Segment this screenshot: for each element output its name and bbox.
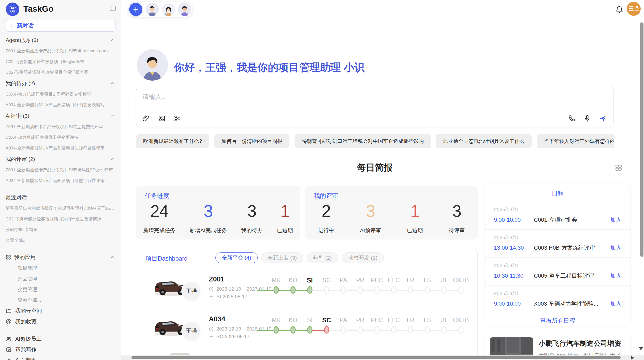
sidebar-tool[interactable]: 创意制图 [6,355,115,360]
project-row: 王强Z0012023-12-19 ~ 2027-01-19SI-2025-05-… [136,274,477,313]
sidebar-section-header[interactable]: 我的评审 (2) [6,154,115,165]
sidebar-section-header-apps[interactable]: 我的应用 [6,252,115,263]
milestone-node[interactable] [358,326,363,334]
join-link[interactable]: 加入 [610,216,621,224]
member-avatar-2[interactable] [162,3,175,16]
milestone-node[interactable] [391,326,397,334]
sidebar-section-header[interactable]: AI评审 (3) [6,110,115,122]
sidebar-section-header[interactable]: 我的待办 (2) [6,78,115,89]
milestone-node[interactable] [374,286,380,294]
sidebar-item[interactable]: C02-飞腾新能源轻客改款项目立项汇报方案 [6,67,115,78]
schedule-event[interactable]: 2025/03/119:00-10:00X003-车辆动力学性能验...加入 [485,286,631,313]
sidebar-item[interactable]: 查看全部... [6,235,115,246]
milestone-node[interactable] [274,286,279,294]
suggestion-chip[interactable]: 欧洲新规最近颁布了什么? [136,134,209,148]
milestone-node[interactable] [408,326,413,334]
suggestion-chip[interactable]: 特朗普可能对进口汽车增税会对中国车企造成哪些影响 [295,134,431,148]
stat: 3待评审 [449,201,465,234]
milestone-label: LR [402,276,419,285]
vertical-scrollbar-thumb[interactable] [640,22,643,257]
layout-grid-icon[interactable] [614,164,623,172]
milestone-node[interactable] [341,286,346,294]
milestone-node[interactable] [442,286,447,294]
sidebar-item[interactable]: A034-全新新能源MUV产品开发项目计划变更表编写 [6,100,115,110]
milestone-node[interactable] [458,286,464,294]
user-avatar[interactable]: 王强 [627,2,641,16]
sidebar-app-item[interactable]: 项目管理 [6,263,115,274]
milestone-node[interactable] [274,326,279,334]
schedule-list: 2025/03/119:00-10:00C001-立项审批会加入2025/03/… [485,202,631,313]
schedule-event[interactable]: 2025/03/1110:30-11:30C005-整车工程目标评审加入 [485,258,631,286]
scissors-icon[interactable] [173,114,182,123]
sidebar-tool[interactable]: AI超级员工 [6,334,115,344]
member-avatar-1[interactable] [145,3,159,16]
sidebar-item[interactable]: 解释最新出台的欧盟报废车法规再生塑料比例被调至15%... [6,203,115,214]
insert-image-icon[interactable] [158,114,166,123]
sidebar-link[interactable]: 我的收藏 [6,316,115,327]
phone-icon[interactable] [568,114,576,123]
sidebar-section-header[interactable]: Agent已办 (3) [6,35,115,46]
milestone-node[interactable] [425,286,430,294]
schedule-event[interactable]: 2025/03/119:00-10:00C001-立项审批会加入 [485,202,631,230]
suggestion-chip[interactable]: 如何写一份清晰的项目周报 [214,134,289,148]
member-avatar-3[interactable] [178,3,191,16]
sidebar-item[interactable]: C0X4-动力总成开发项目SI里程碑提交物检查 [6,89,115,100]
sidebar-item[interactable]: Z001-全新燃油轻卡产品开发项目SI节点属性5D文件评审 [6,165,115,175]
sidebar-tool[interactable]: 帮我写作 [6,344,115,355]
sidebar-link[interactable]: 我的云空间 [6,306,115,316]
notification-bell-icon[interactable] [615,5,624,14]
milestone-node[interactable] [341,326,346,334]
milestone-node[interactable] [324,326,329,334]
milestone-node[interactable] [425,326,430,334]
collapse-sidebar-icon[interactable] [109,5,116,12]
join-link[interactable]: 加入 [610,300,621,308]
scroll-down-arrow[interactable] [639,347,643,350]
dashboard-filter-chip[interactable]: 动总开发 (1) [342,252,384,263]
suggestion-chip[interactable]: 比亚迪全固态电池计划具体说了什么 [436,134,532,148]
horizontal-scrollbar-thumb[interactable] [131,356,621,359]
dashboard-filter-chip[interactable]: 全新平台 (4) [215,252,258,263]
join-link[interactable]: 加入 [610,272,621,280]
sidebar-item[interactable]: C02-飞腾新能源轻客改款项目里程碑画布 [6,56,115,67]
milestone-node[interactable] [324,286,329,294]
milestone-node[interactable] [290,326,296,334]
milestone-node[interactable] [374,326,380,334]
project-flag: SI-2025-05-17 [209,294,247,299]
add-workspace-button[interactable]: + [129,3,142,16]
send-icon[interactable] [598,114,607,123]
milestone-node[interactable] [307,326,313,334]
milestone-label: SI [301,276,318,285]
microphone-icon[interactable] [583,114,591,123]
chat-input[interactable]: 请输入... [136,87,613,127]
sidebar-section-header[interactable]: 最近对话 [6,192,115,203]
scroll-right-arrow[interactable] [631,356,634,359]
sidebar-item[interactable]: C0X4-动力总成开发项目工程变更评审 [6,132,115,143]
attach-file-icon[interactable] [142,114,150,123]
milestone-node[interactable] [307,286,313,294]
view-all-schedule-link[interactable]: 查看所有日程 [485,317,631,325]
sidebar-app-item[interactable]: 查看全部... [6,295,115,306]
sidebar-app-item[interactable]: 变更管理 [6,284,115,295]
dashboard-filter-chip[interactable]: 年型 (2) [307,252,338,263]
sidebar-item[interactable]: A034-全新新能源MUV产品开发项目法规符合性评审 [6,143,115,154]
milestone-label: PR [352,316,369,325]
sidebar-item[interactable]: 公司Q3轻卡销量 [6,224,115,235]
schedule-event[interactable]: 2025/03/1113:00-14:30C003|H0B-方案冻结评审加入 [485,230,631,258]
sidebar-item[interactable]: C02-飞腾新能源轻客改款项目的闭环通告反馈情况 [6,214,115,224]
join-link[interactable]: 加入 [610,244,621,252]
milestone-node[interactable] [290,286,296,294]
milestone-node[interactable] [442,326,447,334]
dashboard-filter-chip[interactable]: 全新上装 (3) [261,252,303,263]
milestone-node[interactable] [391,286,397,294]
stat-label: AI预评审 [360,227,381,234]
sidebar-item[interactable]: Z001-全新燃油皮卡产品开发项目SI节点Lesson Learn报告 [6,46,115,56]
sidebar-item[interactable]: A034-全新新能源MUV产品开发项目造型可行性评审 [6,175,115,186]
new-chat-button[interactable]: + 新对话 [6,20,115,32]
milestone-node[interactable] [408,286,413,294]
suggestion-chip[interactable]: 当下年轻人对汽车外观有怎样的喜好趋势 [537,134,614,148]
sidebar-item[interactable]: Z001-全新燃油轻卡产品开发项目SI造型提交物评审 [6,122,115,132]
sidebar-app-item[interactable]: 产品管理 [6,274,115,284]
milestone-node[interactable] [358,286,363,294]
milestone-node[interactable] [458,326,464,334]
milestone-label: OKTB [452,316,469,325]
